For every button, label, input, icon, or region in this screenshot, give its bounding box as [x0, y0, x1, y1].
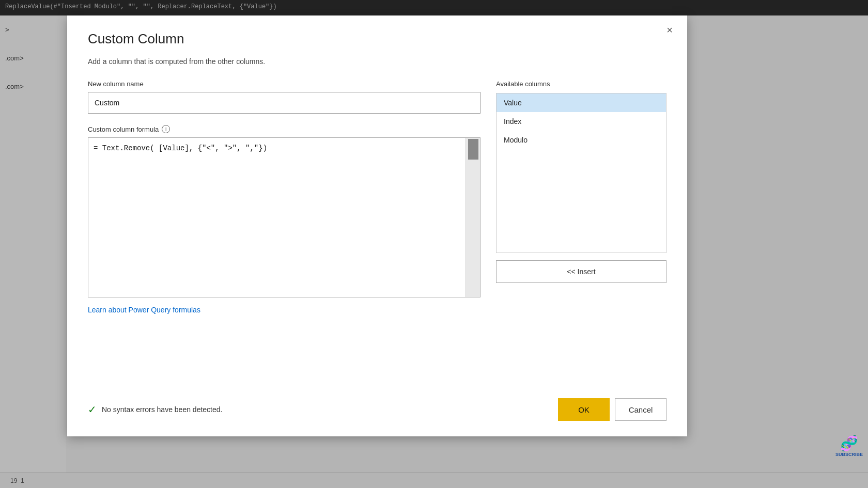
column-name-input[interactable] — [88, 92, 481, 114]
dialog-footer: ✓ No syntax errors have been detected. O… — [88, 398, 667, 421]
column-item-value[interactable]: Value — [497, 93, 666, 112]
close-button[interactable]: × — [662, 23, 677, 37]
close-icon: × — [667, 24, 673, 36]
custom-column-dialog: × Custom Column Add a column that is com… — [67, 15, 687, 436]
ok-button[interactable]: OK — [558, 398, 610, 421]
column-item-index[interactable]: Index — [497, 112, 666, 131]
learn-link[interactable]: Learn about Power Query formulas — [88, 306, 200, 314]
dialog-subtitle: Add a column that is computed from the o… — [88, 57, 667, 66]
scrollbar-thumb[interactable] — [468, 139, 478, 160]
columns-list: Value Index Modulo — [496, 93, 667, 253]
dialog-title: Custom Column — [88, 31, 667, 47]
left-panel: New column name Custom column formula i … — [88, 80, 481, 314]
footer-buttons: OK Cancel — [558, 398, 667, 421]
subscribe-label: SUBSCRIBE — [835, 452, 863, 457]
column-name-label: New column name — [88, 80, 481, 88]
available-columns-label: Available columns — [496, 80, 667, 88]
status-text: No syntax errors have been detected. — [102, 405, 222, 414]
formula-scrollbar[interactable] — [466, 138, 480, 297]
formula-textarea[interactable]: = Text.Remove( [Value], {"<", ">", ","}) — [88, 138, 464, 297]
subscribe-badge[interactable]: 🧬 SUBSCRIBE — [835, 435, 863, 457]
column-item-modulo[interactable]: Modulo — [497, 131, 666, 149]
formula-label-text: Custom column formula — [88, 125, 159, 133]
right-panel: Available columns Value Index Modulo << … — [496, 80, 667, 314]
info-icon[interactable]: i — [162, 125, 170, 133]
subscribe-icon: 🧬 — [835, 435, 863, 452]
insert-button[interactable]: << Insert — [496, 260, 667, 283]
status-area: ✓ No syntax errors have been detected. — [88, 403, 222, 416]
column-name-label-text: New column name — [88, 80, 144, 88]
formula-container: = Text.Remove( [Value], {"<", ">", ","}) — [88, 137, 481, 297]
dialog-body: New column name Custom column formula i … — [88, 80, 667, 314]
formula-label: Custom column formula i — [88, 125, 481, 133]
check-icon: ✓ — [88, 403, 97, 416]
cancel-button[interactable]: Cancel — [615, 398, 667, 421]
